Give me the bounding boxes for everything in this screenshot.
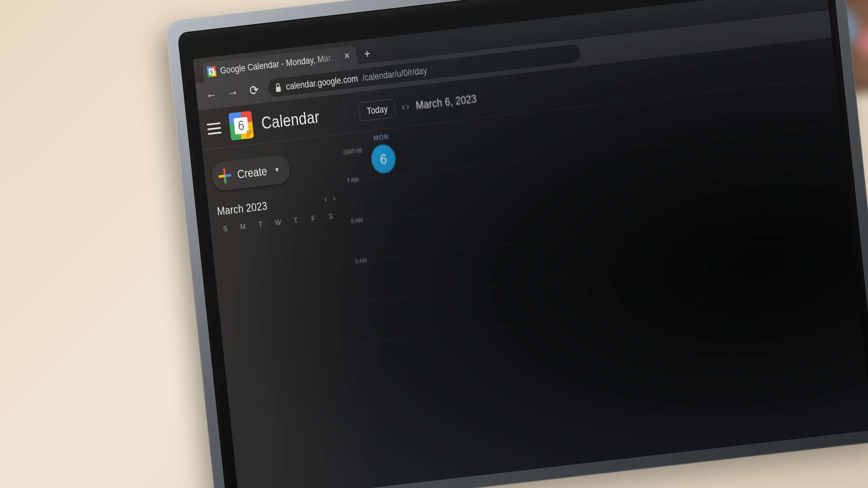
dow-cell: T — [252, 219, 269, 230]
background-painting — [790, 0, 868, 92]
screen: 6 Google Calendar - Monday, Mar… ✕ + ← →… — [193, 0, 868, 488]
dow-cell: S — [322, 211, 339, 222]
mini-calendar-month: March 2023 — [216, 200, 268, 218]
omnibox-host: calendar.google.com — [285, 73, 358, 92]
calendar-logo-icon: 6 — [228, 111, 254, 140]
main-menu-icon[interactable] — [207, 123, 221, 135]
header-right: Today ‹ › March 6, 2023 — [358, 89, 478, 121]
dow-cell: W — [270, 217, 287, 228]
hour-label: 9 AM — [355, 257, 368, 265]
prev-period-button[interactable]: ‹ — [401, 101, 406, 113]
mini-next-month-button[interactable]: › — [333, 193, 336, 203]
today-button[interactable]: Today — [358, 98, 396, 121]
create-label: Create — [237, 164, 268, 181]
day-column-header[interactable]: MON 6 — [369, 132, 397, 174]
day-number-bubble[interactable]: 6 — [370, 143, 397, 174]
close-tab-icon[interactable]: ✕ — [342, 50, 351, 62]
day-grid[interactable]: GMT-08 MON 6 7 AM 8 AM — [337, 77, 868, 487]
app-title: Calendar — [260, 107, 320, 133]
chevron-down-icon: ▼ — [274, 166, 280, 174]
day-of-week-label: MON — [373, 133, 389, 143]
mini-calendar[interactable]: March 2023 ‹ › S M T W — [215, 191, 339, 234]
hour-rows: 7 AM 8 AM 9 AM — [342, 124, 868, 487]
timezone-label: GMT-08 — [343, 147, 363, 156]
monitor: 6 Google Calendar - Monday, Mar… ✕ + ← →… — [165, 0, 868, 488]
current-date-display: March 6, 2023 — [415, 92, 477, 112]
mini-prev-month-button[interactable]: ‹ — [324, 194, 327, 204]
google-calendar-app: 6 Calendar Today ‹ › March 6, 2023 — [198, 38, 868, 488]
calendar-logo-number: 6 — [228, 111, 254, 140]
plus-icon — [218, 168, 232, 184]
lock-icon — [275, 83, 282, 92]
hour-label: 7 AM — [347, 176, 359, 184]
create-button[interactable]: Create ▼ — [211, 154, 291, 192]
hour-label: 8 AM — [351, 216, 363, 225]
dow-cell: T — [287, 215, 304, 226]
dow-cell: M — [235, 221, 252, 232]
omnibox-path: /calendar/u/0/r/day — [362, 65, 428, 83]
dow-cell: F — [305, 213, 322, 224]
new-tab-button[interactable]: + — [359, 44, 375, 63]
